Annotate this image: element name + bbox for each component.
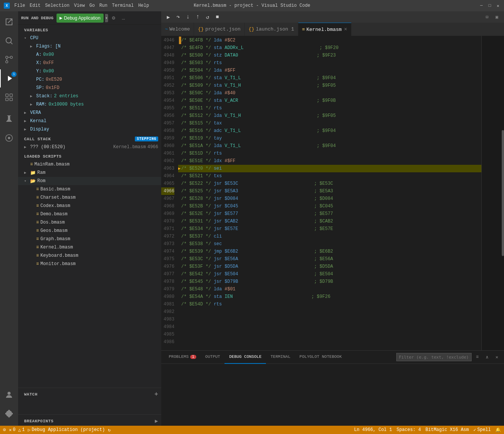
kernal-item[interactable]: ▶ Kernal [18, 117, 161, 125]
explorer-icon[interactable] [0, 13, 18, 31]
menu-bar[interactable]: File Edit Selection View Go Run Terminal… [14, 3, 149, 8]
script-kernel[interactable]: ▶ ≡ Kernel.bmasm [18, 243, 161, 252]
script-monitor[interactable]: ▶ ≡ Monitor.bmasm [18, 260, 161, 268]
a-item[interactable]: ▶ A: 0x00 [18, 51, 161, 59]
status-remote[interactable]: ⊙ [3, 427, 6, 433]
vera-item[interactable]: ▶ VERA [18, 109, 161, 117]
panel-content [161, 364, 504, 426]
script-ram[interactable]: ▶ 📁 Ram [18, 169, 161, 177]
sp-item[interactable]: ▶ SP: 0x1FD [18, 84, 161, 92]
panel-tab-polyglot[interactable]: POLYGLOT NOTEBOOK [295, 351, 346, 364]
script-demo[interactable]: ▶ ≡ Demo.bmasm [18, 210, 161, 218]
remote-icon[interactable] [0, 129, 18, 147]
debug-step-out-button[interactable]: ↑ [194, 13, 202, 21]
x-item[interactable]: ▶ X: 0xFF [18, 59, 161, 67]
menu-selection[interactable]: Selection [45, 3, 70, 8]
pc-item[interactable]: ▶ PC: 0xE520 [18, 75, 161, 84]
watch-add-icon[interactable]: + [154, 391, 158, 398]
panel-tab-output[interactable]: OUTPUT [201, 351, 225, 364]
debug-config-dropdown[interactable]: ▾ [105, 14, 108, 22]
status-spaces[interactable]: Spaces: 4 [397, 427, 421, 432]
script-graph[interactable]: ▶ ≡ Graph.bmasm [18, 235, 161, 243]
window-controls[interactable]: ─ □ ✕ [479, 3, 500, 8]
tab-project-json[interactable]: {} project.json [194, 23, 244, 36]
menu-run[interactable]: Run [99, 3, 108, 8]
panel-tab-terminal[interactable]: TERMINAL [266, 351, 295, 364]
maximize-button[interactable]: □ [487, 3, 492, 8]
a-label: A: [36, 52, 41, 57]
debug-step-into-button[interactable]: ↓ [184, 13, 192, 21]
cpu-group[interactable]: ▾ CPU [18, 34, 161, 42]
script-mainram[interactable]: ▶ ≡ MainRam.bmasm [18, 160, 161, 169]
breakpoints-more-icon[interactable]: ▶ [155, 418, 158, 424]
script-keyboard[interactable]: ▶ ≡ Keyboard.bmasm [18, 252, 161, 260]
menu-go[interactable]: Go [89, 3, 95, 8]
script-geos[interactable]: ▶ ≡ Geos.bmasm [18, 227, 161, 235]
script-codex[interactable]: ▶ ≡ Codex.bmasm [18, 202, 161, 210]
script-basic[interactable]: ▶ ≡ Basic.bmasm [18, 185, 161, 193]
test-icon[interactable] [0, 110, 18, 128]
code-line-4979: /* $E53C */ jsr $E56A ; $E56A [178, 255, 481, 263]
menu-terminal[interactable]: Terminal [112, 3, 134, 8]
source-control-icon[interactable] [0, 51, 18, 69]
code-line-4963: /* $E51D */ rts [178, 150, 481, 157]
script-icon-dos: ≡ [36, 220, 39, 225]
flags-item[interactable]: ▶ Flags: [N ] [18, 42, 161, 51]
display-item[interactable]: ▶ Display [18, 125, 161, 133]
debug-step-over-button[interactable]: ↷ [174, 13, 182, 21]
status-debug[interactable]: ▷ Debug Application (project) [28, 427, 105, 433]
y-item[interactable]: ▶ Y: 0x00 [18, 67, 161, 75]
code-line-4965: /* $E51E */ ldx #$FF [178, 157, 481, 165]
code-content[interactable]: /* $E4FB */ lda #$C2 /* $E4FD */ sta ADD… [178, 36, 481, 350]
status-notification[interactable]: 🔔 [495, 427, 501, 433]
menu-file[interactable]: File [14, 3, 25, 8]
panel-tab-debug-console[interactable]: DEBUG CONSOLE [225, 351, 266, 364]
panel-tab-problems[interactable]: PROBLEMS 1 [164, 351, 201, 364]
script-dos[interactable]: ▶ ≡ Dos.bmasm [18, 218, 161, 227]
menu-help[interactable]: Help [138, 3, 149, 8]
minimap-scrollbar[interactable] [502, 130, 504, 256]
settings-icon[interactable] [0, 405, 18, 423]
panel-collapse-icon[interactable]: ∧ [483, 353, 491, 361]
tab-kernel-bmasm[interactable]: ≡ Kernel.bmasm × [298, 23, 351, 36]
debug-restart-button[interactable]: ↺ [203, 13, 212, 21]
ram-item[interactable]: ▶ RAM: 0x10000 bytes [18, 100, 161, 109]
close-button[interactable]: ✕ [496, 3, 500, 8]
tab-launch-json[interactable]: {} launch.json 1 [245, 23, 298, 36]
debug-settings-button[interactable]: ⚙ [110, 14, 118, 22]
script-rom[interactable]: ▾ 📂 Rom [18, 177, 161, 185]
tab-welcome[interactable]: ~ Welcome [161, 23, 194, 36]
minimize-button[interactable]: ─ [479, 3, 484, 8]
account-icon[interactable] [0, 386, 18, 404]
panel-close-icon[interactable]: ✕ [493, 353, 501, 361]
panel-filter-input[interactable] [396, 353, 472, 361]
run-debug-icon[interactable]: 1 [0, 69, 18, 87]
breakpoints-header[interactable]: BREAKPOINTS ▶ [18, 415, 161, 426]
status-position[interactable]: Ln 4966, Col 1 [354, 427, 392, 432]
code-editor[interactable]: 49464947494849494950 4951495249534954495… [161, 36, 504, 350]
script-label-ram: Ram [37, 170, 46, 175]
code-line-4951: /* $E504 */ lda #$FF [178, 67, 481, 74]
status-language[interactable]: BitMagic X16 Asm [426, 427, 469, 432]
debug-split-button[interactable]: ⊟ [483, 13, 491, 21]
panel-filter-list-icon[interactable]: ≡ [473, 353, 481, 361]
debug-stop-button[interactable]: ■ [213, 13, 221, 21]
menu-edit[interactable]: Edit [30, 3, 41, 8]
status-debug-label: Debug Application (project) [32, 427, 105, 432]
search-icon[interactable] [0, 32, 18, 50]
menu-view[interactable]: View [74, 3, 85, 8]
stack-item[interactable]: ▶ Stack: 2 entries [18, 92, 161, 100]
status-sync[interactable]: ↻ [108, 427, 110, 433]
callstack-item-0[interactable]: ▶ ??? (00:E520) Kernel.bmasm 4966 [18, 143, 161, 151]
status-errors[interactable]: ✕ 0 △ 1 [9, 427, 25, 433]
debug-play-button[interactable]: ▶ Debug Application [57, 14, 104, 23]
tab-kernel-close[interactable]: × [344, 26, 347, 32]
status-spell[interactable]: ✓ Spell [473, 427, 491, 433]
extensions-icon[interactable] [0, 88, 18, 106]
watch-header[interactable]: WATCH + [18, 388, 161, 399]
debug-layout-button[interactable]: ▣ [493, 13, 501, 21]
run-debug-label: RUN AND DEBUG [21, 16, 53, 20]
debug-continue-button[interactable]: ▶ [164, 13, 173, 21]
script-charset[interactable]: ▶ ≡ Charset.bmasm [18, 193, 161, 202]
debug-more-button[interactable]: … [119, 14, 128, 22]
